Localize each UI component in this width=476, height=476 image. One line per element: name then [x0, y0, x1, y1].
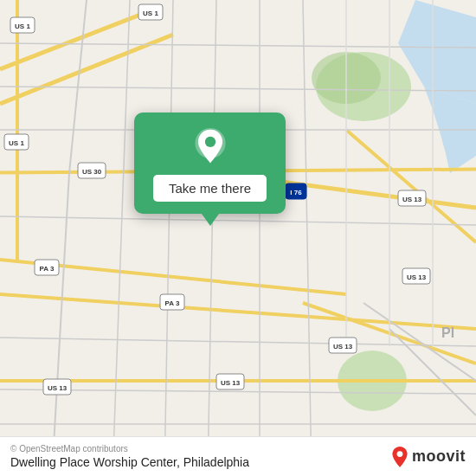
bottom-left-info: © OpenStreetMap contributors Dwelling Pl… — [10, 444, 249, 469]
svg-text:Pl: Pl — [441, 325, 454, 340]
svg-text:US 13: US 13 — [48, 384, 68, 392]
svg-point-31 — [397, 451, 403, 457]
map-container: US 1 US 1 US 1 US 30 I 76 US 13 US 13 PA… — [0, 0, 476, 476]
svg-text:PA 3: PA 3 — [40, 265, 55, 273]
svg-text:US 1: US 1 — [143, 10, 158, 17]
svg-text:US 13: US 13 — [407, 273, 427, 281]
moovit-pin-icon — [391, 447, 408, 467]
moovit-brand-text: moovit — [412, 447, 466, 466]
svg-text:PA 3: PA 3 — [165, 299, 180, 307]
take-me-there-button[interactable]: Take me there — [153, 175, 267, 202]
bottom-bar: © OpenStreetMap contributors Dwelling Pl… — [0, 436, 476, 476]
svg-point-30 — [204, 137, 215, 147]
svg-text:US 13: US 13 — [402, 196, 422, 203]
location-name: Dwelling Place Worship Center, Philadelp… — [10, 455, 249, 469]
moovit-logo: moovit — [391, 447, 466, 467]
svg-text:US 13: US 13 — [333, 343, 353, 351]
map-svg: US 1 US 1 US 1 US 30 I 76 US 13 US 13 PA… — [0, 0, 476, 476]
svg-text:I 76: I 76 — [290, 189, 302, 196]
svg-text:US 13: US 13 — [221, 379, 241, 387]
popup-card: Take me there — [134, 113, 286, 214]
svg-text:US 1: US 1 — [9, 139, 24, 147]
location-pin-icon — [191, 128, 229, 166]
copyright-text: © OpenStreetMap contributors — [10, 444, 249, 453]
svg-text:US 30: US 30 — [82, 168, 102, 176]
svg-text:US 1: US 1 — [15, 23, 30, 30]
